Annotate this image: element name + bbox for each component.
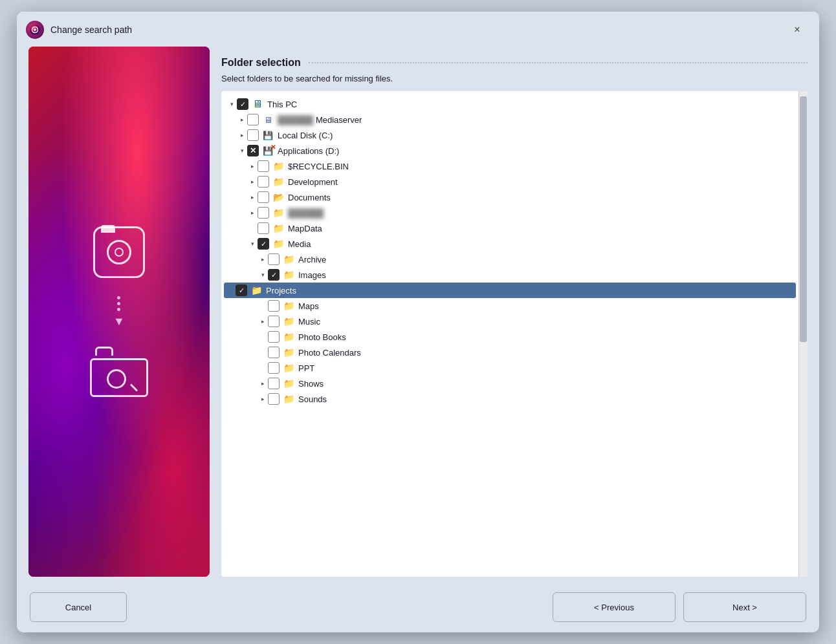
checkbox[interactable] bbox=[268, 331, 280, 343]
tree-item-maps[interactable]: 📁Maps bbox=[224, 298, 796, 314]
folder-icon: 📁 bbox=[282, 331, 295, 343]
checkbox[interactable] bbox=[258, 238, 269, 250]
tree-item-ppt[interactable]: 📁PPT bbox=[224, 360, 796, 376]
expand-btn[interactable]: ▾ bbox=[258, 270, 268, 280]
tree-item-photo-books[interactable]: 📁Photo Books bbox=[224, 329, 796, 345]
tree-item-recycle-bin[interactable]: ▸📁$RECYCLE.BIN bbox=[224, 158, 796, 174]
scrollbar-track[interactable] bbox=[798, 91, 808, 577]
tree-item-local-disk-c[interactable]: ▸💾Local Disk (C:) bbox=[224, 127, 796, 143]
tree-item-images[interactable]: ▾📁Images bbox=[224, 267, 796, 283]
tree-label: Shows bbox=[298, 379, 324, 389]
expand-btn[interactable]: ▸ bbox=[247, 208, 258, 218]
close-button[interactable]: × bbox=[787, 19, 808, 40]
tree-item-applications-d[interactable]: ▾✕💾✕Applications (D:) bbox=[224, 143, 796, 158]
connector-dots: ▼ bbox=[113, 296, 125, 328]
expand-btn[interactable]: ▾ bbox=[237, 145, 247, 156]
network-icon: 🖥 bbox=[261, 114, 274, 125]
folder-icon: 📁 bbox=[282, 253, 295, 265]
tree-label: Maps bbox=[298, 301, 319, 311]
expand-btn[interactable]: ▸ bbox=[237, 130, 247, 140]
tree-label: $RECYCLE.BIN bbox=[288, 162, 349, 171]
tree-item-projects[interactable]: 📁Projects bbox=[224, 283, 796, 298]
tree-label: Sounds bbox=[298, 394, 327, 404]
tree-label: Documents bbox=[288, 193, 331, 202]
tree-item-music[interactable]: ▸📁Music bbox=[224, 314, 796, 329]
tree-label: This PC bbox=[267, 100, 297, 109]
folder-icon: 📁 bbox=[282, 347, 295, 358]
checkbox[interactable] bbox=[268, 362, 280, 374]
expand-btn[interactable]: ▾ bbox=[226, 99, 237, 109]
tree-label: Local Disk (C:) bbox=[278, 131, 333, 140]
checkbox[interactable] bbox=[268, 378, 280, 389]
drive-x-icon: 💾✕ bbox=[261, 145, 274, 156]
tree-item-media[interactable]: ▾📁Media bbox=[224, 236, 796, 252]
checkbox[interactable] bbox=[258, 222, 269, 234]
checkbox[interactable] bbox=[247, 129, 259, 141]
tree-label: Photo Calendars bbox=[298, 348, 361, 358]
expand-btn[interactable]: ▸ bbox=[258, 254, 268, 264]
drive-icon: 💾 bbox=[261, 129, 274, 141]
expand-btn[interactable]: ▾ bbox=[247, 239, 258, 249]
right-panel: Folder selection Select folders to be se… bbox=[221, 47, 808, 577]
expand-btn[interactable]: ▸ bbox=[247, 192, 258, 202]
checkbox[interactable] bbox=[268, 316, 280, 327]
tree-item-development[interactable]: ▸📁Development bbox=[224, 174, 796, 189]
tree-item-photo-calendars[interactable]: 📁Photo Calendars bbox=[224, 345, 796, 360]
expand-btn[interactable]: ▸ bbox=[258, 378, 268, 389]
checkbox[interactable] bbox=[236, 284, 247, 296]
dialog-title: Change search path bbox=[50, 25, 780, 35]
title-bar: Change search path × bbox=[17, 12, 819, 47]
tree-item-mediaserver[interactable]: ▸🖥██████ Mediaserver bbox=[224, 112, 796, 127]
expand-btn[interactable]: ▸ bbox=[247, 161, 258, 171]
tree-label: Media bbox=[288, 239, 311, 249]
left-panel: ▼ bbox=[28, 47, 210, 577]
checkbox[interactable] bbox=[268, 347, 280, 358]
folder-icon: 📁 bbox=[282, 300, 295, 312]
tree-item-mapdata[interactable]: 📁MapData bbox=[224, 220, 796, 236]
main-content: ▼ Fo bbox=[17, 47, 819, 577]
tree-label: MapData bbox=[288, 224, 322, 233]
scrollbar-thumb[interactable] bbox=[800, 96, 807, 342]
checkbox[interactable] bbox=[258, 207, 269, 219]
checkbox[interactable]: ✕ bbox=[247, 145, 259, 156]
expand-btn[interactable]: ▸ bbox=[247, 177, 258, 187]
checkbox[interactable] bbox=[247, 114, 259, 125]
tree-item-sounds[interactable]: ▸📁Sounds bbox=[224, 391, 796, 407]
checkbox[interactable] bbox=[258, 176, 269, 188]
tree-label: Development bbox=[288, 177, 338, 187]
expand-btn[interactable]: ▸ bbox=[237, 114, 247, 125]
tree-label: PPT bbox=[298, 363, 314, 373]
title-divider bbox=[309, 62, 808, 63]
previous-button[interactable]: < Previous bbox=[553, 592, 676, 622]
checkbox[interactable] bbox=[268, 253, 280, 265]
cancel-button[interactable]: Cancel bbox=[30, 592, 127, 622]
tree-item-this-pc[interactable]: ▾🖥This PC bbox=[224, 96, 796, 112]
tree-item-documents[interactable]: ▸📂Documents bbox=[224, 189, 796, 205]
expand-btn[interactable]: ▸ bbox=[258, 394, 268, 404]
checkbox[interactable] bbox=[268, 393, 280, 405]
monitor-icon: 🖥 bbox=[251, 98, 264, 110]
section-title: Folder selection bbox=[221, 57, 301, 69]
tree-label: Music bbox=[298, 317, 320, 327]
folder-icon: 📁 bbox=[282, 393, 295, 405]
checkbox[interactable] bbox=[258, 160, 269, 172]
tree-label: Projects bbox=[266, 286, 296, 295]
tree-label: ██████ bbox=[288, 208, 324, 218]
checkbox[interactable] bbox=[237, 98, 248, 110]
expand-btn[interactable]: ▸ bbox=[258, 316, 268, 327]
folder-tree[interactable]: ▾🖥This PC▸🖥██████ Mediaserver▸💾Local Dis… bbox=[221, 91, 798, 577]
app-icon bbox=[26, 21, 44, 39]
tree-label: Photo Books bbox=[298, 332, 346, 342]
next-button[interactable]: Next > bbox=[683, 592, 806, 622]
folder-tree-container: ▾🖥This PC▸🖥██████ Mediaserver▸💾Local Dis… bbox=[221, 91, 808, 577]
tree-item-shows[interactable]: ▸📁Shows bbox=[224, 376, 796, 391]
folder-icon: 📁 bbox=[282, 269, 295, 281]
checkbox[interactable] bbox=[268, 300, 280, 312]
checkbox[interactable] bbox=[268, 269, 280, 281]
folder-icon: 📁 bbox=[282, 316, 295, 327]
checkbox[interactable] bbox=[258, 191, 269, 203]
tree-label: Applications (D:) bbox=[278, 146, 339, 156]
folder-icon: 📁 bbox=[272, 160, 285, 172]
tree-item-hidden-folder[interactable]: ▸📁██████ bbox=[224, 205, 796, 220]
tree-item-archive[interactable]: ▸📁Archive bbox=[224, 252, 796, 267]
